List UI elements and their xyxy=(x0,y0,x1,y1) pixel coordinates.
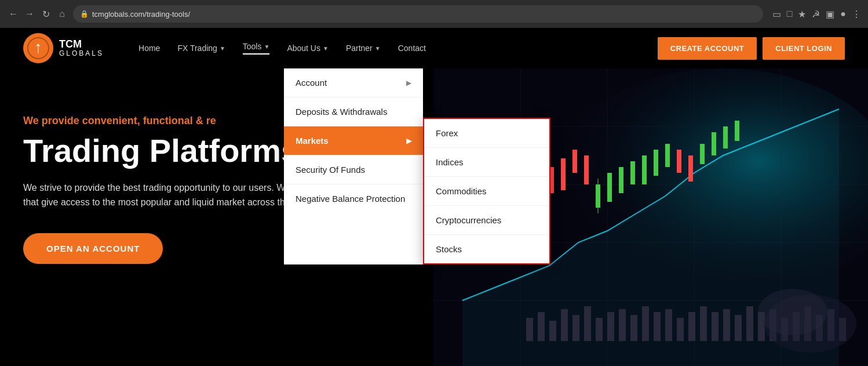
dropdown-container: Account ▶ Deposits & Withdrawals Markets… xyxy=(284,68,550,264)
svg-rect-20 xyxy=(572,150,577,173)
nav-contact[interactable]: Contact xyxy=(398,44,426,53)
svg-rect-47 xyxy=(654,312,661,341)
svg-rect-26 xyxy=(630,161,635,184)
svg-rect-50 xyxy=(688,312,695,341)
partner-chevron: ▼ xyxy=(375,45,381,52)
address-bar[interactable]: 🔒 tcmglobals.com/trading-tools/ xyxy=(73,5,763,23)
logo-icon: ↑ xyxy=(23,33,53,63)
svg-rect-40 xyxy=(572,315,579,341)
back-button[interactable]: ← xyxy=(7,9,20,19)
svg-rect-21 xyxy=(584,155,589,184)
sub-stocks[interactable]: Stocks xyxy=(424,235,549,263)
svg-rect-48 xyxy=(665,309,672,341)
dropdown-main: Account ▶ Deposits & Withdrawals Markets… xyxy=(284,68,423,264)
svg-rect-46 xyxy=(642,306,649,341)
svg-rect-36 xyxy=(526,318,533,341)
dropdown-deposits[interactable]: Deposits & Withdrawals xyxy=(284,97,423,126)
svg-rect-19 xyxy=(561,158,566,190)
svg-rect-30 xyxy=(677,150,681,173)
create-account-button[interactable]: CREATE ACCOUNT xyxy=(658,37,757,60)
browser-chrome: ← → ↻ ⌂ 🔒 tcmglobals.com/trading-tools/ … xyxy=(0,0,868,28)
client-login-button[interactable]: CLIENT LOGIN xyxy=(763,37,845,60)
window-icon[interactable]: ▣ xyxy=(826,9,834,20)
cast-icon[interactable]: ▭ xyxy=(772,9,781,20)
nav-partner[interactable]: Partner ▼ xyxy=(346,44,381,53)
extensions-icon[interactable]: ☭ xyxy=(812,9,820,20)
logo-text: TCM GLOBALS xyxy=(59,39,104,58)
account-arrow: ▶ xyxy=(406,79,411,87)
sub-cryptocurrencies[interactable]: Cryptocurrencies xyxy=(424,206,549,235)
svg-rect-37 xyxy=(538,312,545,341)
logo[interactable]: ↑ TCM GLOBALS xyxy=(23,33,104,63)
home-button[interactable]: ⌂ xyxy=(56,9,68,19)
markets-arrow: ▶ xyxy=(406,137,411,145)
svg-rect-55 xyxy=(746,306,753,341)
svg-rect-52 xyxy=(712,312,719,341)
logo-sub: GLOBALS xyxy=(59,50,104,57)
forward-button[interactable]: → xyxy=(23,9,36,19)
header: ↑ TCM GLOBALS Home FX Trading ▼ Tools ▼ … xyxy=(0,28,868,68)
svg-rect-42 xyxy=(596,318,603,341)
svg-rect-31 xyxy=(688,155,693,182)
fx-trading-chevron: ▼ xyxy=(220,45,225,52)
browser-nav-icons: ← → ↻ ⌂ xyxy=(7,9,68,20)
svg-rect-27 xyxy=(642,155,647,184)
url-text: tcmglobals.com/trading-tools/ xyxy=(92,10,190,19)
nav-tools[interactable]: Tools ▼ xyxy=(243,42,270,55)
screenshot-icon[interactable]: □ xyxy=(787,9,793,19)
svg-rect-28 xyxy=(654,150,658,176)
nav-fx-trading[interactable]: FX Trading ▼ xyxy=(177,44,225,53)
svg-point-65 xyxy=(758,289,827,335)
open-account-button[interactable]: OPEN AN ACCOUNT xyxy=(23,233,163,264)
dropdown-sub: Forex Indices Commodities Cryptocurrenci… xyxy=(423,118,550,264)
svg-rect-45 xyxy=(630,315,637,341)
tools-chevron: ▼ xyxy=(264,44,269,50)
dropdown-negative-balance[interactable]: Negative Balance Protection xyxy=(284,184,423,213)
dropdown-security[interactable]: Security Of Funds xyxy=(284,155,423,184)
sub-indices[interactable]: Indices xyxy=(424,148,549,177)
svg-rect-53 xyxy=(723,309,730,341)
svg-rect-51 xyxy=(700,306,707,341)
sub-forex[interactable]: Forex xyxy=(424,119,549,148)
header-buttons: CREATE ACCOUNT CLIENT LOGIN xyxy=(658,37,845,60)
logo-name: TCM xyxy=(59,39,104,50)
browser-actions: ▭ □ ★ ☭ ▣ ● ⋮ xyxy=(772,9,861,20)
dropdown-account[interactable]: Account ▶ xyxy=(284,68,423,97)
profile-icon[interactable]: ● xyxy=(840,9,846,19)
svg-rect-39 xyxy=(561,309,568,341)
svg-rect-25 xyxy=(619,167,623,193)
bookmark-icon[interactable]: ★ xyxy=(798,9,806,20)
about-us-chevron: ▼ xyxy=(323,45,329,52)
svg-rect-24 xyxy=(607,173,612,202)
svg-rect-38 xyxy=(549,321,556,341)
refresh-button[interactable]: ↻ xyxy=(39,9,52,20)
svg-rect-29 xyxy=(665,144,670,167)
svg-rect-32 xyxy=(700,144,705,164)
lock-icon: 🔒 xyxy=(80,10,89,18)
svg-rect-33 xyxy=(712,132,716,155)
svg-rect-43 xyxy=(607,312,614,341)
menu-icon[interactable]: ⋮ xyxy=(852,9,861,20)
svg-rect-34 xyxy=(723,126,728,148)
svg-rect-49 xyxy=(677,318,684,341)
main-nav: Home FX Trading ▼ Tools ▼ About Us ▼ Par… xyxy=(138,42,658,55)
nav-about-us[interactable]: About Us ▼ xyxy=(287,44,329,53)
dropdown-markets[interactable]: Markets ▶ xyxy=(284,126,423,155)
svg-rect-41 xyxy=(584,306,591,341)
svg-rect-44 xyxy=(619,309,626,341)
sub-commodities[interactable]: Commodities xyxy=(424,177,549,206)
svg-text:↑: ↑ xyxy=(34,38,42,56)
nav-home[interactable]: Home xyxy=(138,44,160,53)
site-wrapper: ↑ TCM GLOBALS Home FX Trading ▼ Tools ▼ … xyxy=(0,28,868,366)
svg-rect-35 xyxy=(735,121,739,141)
svg-rect-54 xyxy=(735,315,742,341)
